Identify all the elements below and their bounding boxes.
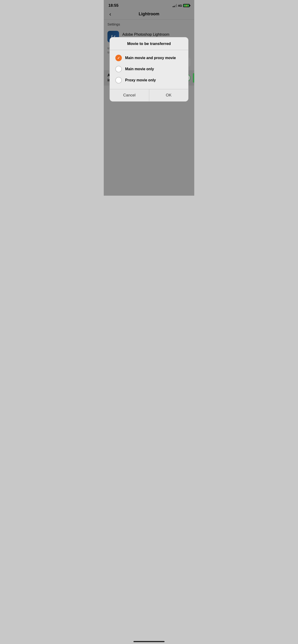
checkmark-icon-1: ✓ (117, 56, 120, 60)
radio-option-1[interactable]: ✓ Main movie and proxy movie (115, 55, 183, 61)
ok-button[interactable]: OK (149, 89, 188, 101)
radio-option-3[interactable]: Proxy movie only (115, 77, 183, 84)
modal-overlay: Movie to be transferred ✓ Main movie and… (104, 0, 194, 196)
radio-option-2[interactable]: Main movie only (115, 66, 183, 72)
radio-label-1: Main movie and proxy movie (125, 56, 176, 60)
dialog-header: Movie to be transferred (110, 37, 188, 50)
cancel-button[interactable]: Cancel (110, 89, 149, 101)
radio-circle-2 (115, 66, 122, 72)
dialog-actions: Cancel OK (110, 89, 188, 101)
radio-label-2: Main movie only (125, 67, 154, 71)
radio-label-3: Proxy movie only (125, 78, 156, 82)
radio-circle-3 (115, 77, 122, 84)
dialog-title: Movie to be transferred (127, 42, 171, 46)
radio-circle-1: ✓ (115, 55, 122, 61)
movie-transfer-dialog: Movie to be transferred ✓ Main movie and… (110, 37, 188, 102)
dialog-body: ✓ Main movie and proxy movie Main movie … (110, 50, 188, 89)
